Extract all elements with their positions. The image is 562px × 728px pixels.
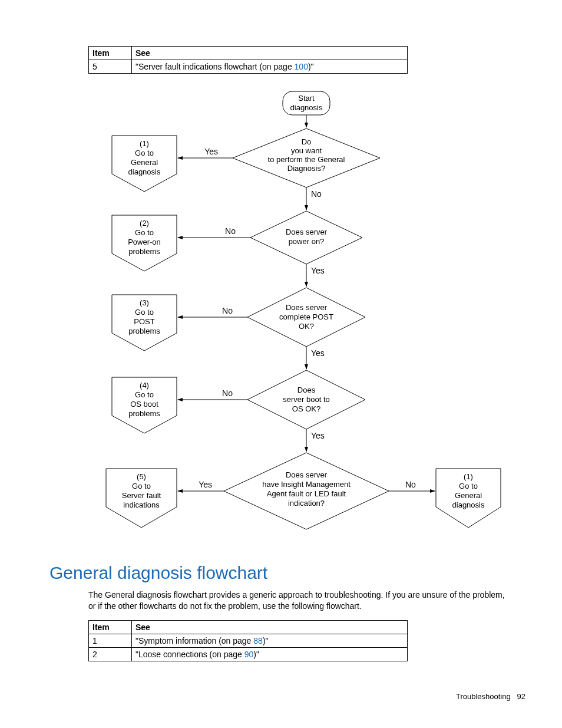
page-link-88[interactable]: 88: [253, 636, 263, 645]
bottom-table-item-2: 2: [89, 648, 132, 661]
start-diagnosis-flowchart: Start diagnosis Do you want to perform t…: [88, 88, 513, 554]
svg-text:No: No: [311, 189, 322, 199]
svg-text:General: General: [455, 491, 482, 500]
bottom-table-header-see: See: [132, 621, 408, 634]
top-reference-table: Item See 5 "Server fault indications flo…: [88, 46, 408, 74]
svg-text:(1): (1): [140, 139, 149, 148]
section-heading: General diagnosis flowchart: [49, 563, 267, 583]
top-table-header-item: Item: [89, 47, 132, 60]
svg-text:indication?: indication?: [288, 499, 325, 508]
svg-text:Do: Do: [302, 137, 312, 146]
svg-text:Go to: Go to: [135, 149, 154, 157]
svg-text:OS OK?: OS OK?: [292, 404, 320, 413]
svg-text:Diagnosis?: Diagnosis?: [287, 164, 325, 173]
svg-text:you want: you want: [291, 146, 322, 155]
svg-text:POST: POST: [134, 317, 154, 326]
svg-text:Does server: Does server: [286, 470, 328, 479]
svg-text:General: General: [131, 158, 158, 167]
svg-text:Yes: Yes: [311, 266, 325, 275]
svg-text:Go to: Go to: [135, 228, 154, 237]
svg-text:indications: indications: [123, 500, 160, 509]
svg-text:OK?: OK?: [299, 322, 314, 331]
svg-text:diagnosis: diagnosis: [452, 500, 485, 509]
svg-text:Agent fault or LED fault: Agent fault or LED fault: [267, 489, 346, 498]
svg-text:Yes: Yes: [204, 147, 218, 156]
svg-text:Does server: Does server: [286, 303, 328, 312]
svg-text:Does: Does: [297, 386, 316, 394]
svg-text:No: No: [222, 388, 233, 398]
svg-text:Go to: Go to: [132, 482, 151, 490]
start-text-1: Start: [298, 94, 315, 103]
table-row: 2 "Loose connections (on page 90)": [89, 648, 408, 661]
svg-text:Yes: Yes: [311, 431, 325, 440]
svg-text:No: No: [222, 306, 233, 315]
svg-text:server boot to: server boot to: [283, 395, 330, 404]
svg-text:Go to: Go to: [135, 308, 154, 317]
svg-text:(4): (4): [140, 381, 149, 390]
top-table-header-see: See: [132, 47, 408, 60]
svg-text:Yes: Yes: [199, 480, 212, 489]
page-link-100[interactable]: 100: [295, 62, 308, 71]
table-row: 5 "Server fault indications flowchart (o…: [89, 60, 408, 74]
svg-text:OS boot: OS boot: [130, 400, 158, 409]
svg-text:complete POST: complete POST: [279, 312, 333, 321]
svg-text:Yes: Yes: [311, 348, 325, 358]
svg-text:Server fault: Server fault: [122, 491, 161, 500]
bottom-table-see-2: "Loose connections (on page 90)": [132, 648, 408, 661]
bottom-reference-table: Item See 1 "Symptom information (on page…: [88, 620, 408, 661]
top-table-see: "Server fault indications flowchart (on …: [132, 60, 408, 74]
svg-text:Does server: Does server: [286, 228, 328, 236]
svg-text:Power-on: Power-on: [128, 238, 161, 246]
footer-page-number: 92: [517, 692, 525, 701]
svg-text:No: No: [405, 480, 416, 489]
svg-text:Go to: Go to: [459, 482, 478, 490]
svg-text:have Insight Management: have Insight Management: [262, 480, 351, 489]
svg-text:(2): (2): [140, 219, 149, 228]
top-table-item: 5: [89, 60, 132, 74]
svg-text:(1): (1): [464, 472, 473, 481]
page-footer: Troubleshooting 92: [456, 692, 525, 701]
page-link-90[interactable]: 90: [244, 650, 254, 659]
svg-text:problems: problems: [128, 327, 160, 335]
svg-text:(5): (5): [137, 472, 146, 481]
svg-text:diagnosis: diagnosis: [128, 167, 161, 176]
footer-section: Troubleshooting: [456, 692, 511, 701]
bottom-table-item-1: 1: [89, 634, 132, 648]
svg-text:(3): (3): [140, 298, 149, 307]
svg-text:to perform the General: to perform the General: [268, 155, 345, 164]
svg-text:No: No: [225, 226, 236, 236]
start-text-2: diagnosis: [290, 103, 323, 112]
svg-text:problems: problems: [128, 247, 160, 256]
bottom-table-see-1: "Symptom information (on page 88)": [132, 634, 408, 648]
svg-text:problems: problems: [128, 409, 160, 418]
svg-text:Go to: Go to: [135, 390, 154, 399]
svg-text:power on?: power on?: [289, 237, 325, 246]
bottom-table-header-item: Item: [89, 621, 132, 634]
section-paragraph: The General diagnosis flowchart provides…: [88, 589, 513, 612]
table-row: 1 "Symptom information (on page 88)": [89, 634, 408, 648]
